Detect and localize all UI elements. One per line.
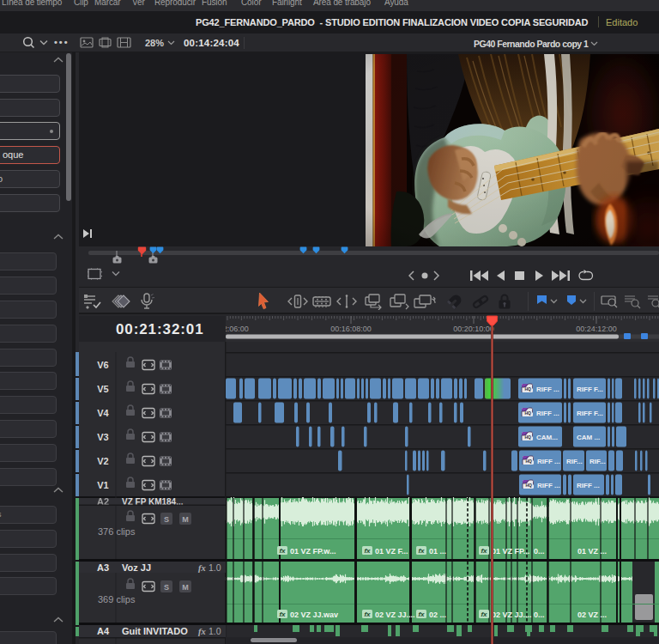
svg-text:fx: fx (198, 563, 206, 573)
svg-text:RIF...: RIF... (566, 458, 583, 465)
svg-text:02 VZ ...: 02 VZ ... (577, 611, 607, 619)
svg-text:RIF...: RIF... (589, 458, 606, 465)
svg-text:RIFF ...: RIFF ... (536, 386, 559, 393)
svg-text:01 VZ F...: 01 VZ F... (375, 547, 408, 556)
svg-text:01 ...: 01 ... (429, 547, 446, 556)
svg-text:01 VZ FP...: 01 VZ FP... (492, 547, 529, 556)
svg-text:02 VZ JJ....: 02 VZ JJ.... (375, 611, 415, 619)
svg-text:CAM...: CAM... (536, 434, 558, 441)
svg-text:0...: 0... (534, 611, 545, 619)
svg-text:V6: V6 (97, 360, 108, 370)
svg-text:00:12:06:00: 00:12:06:00 (226, 325, 249, 333)
svg-text:00:24:12:00: 00:24:12:00 (576, 325, 617, 333)
svg-text:S: S (164, 515, 169, 524)
svg-text:01 VZ ...: 01 VZ ... (577, 547, 607, 556)
svg-text:0...: 0... (534, 547, 545, 556)
svg-text:fx: fx (279, 547, 286, 555)
svg-text:fx: fx (364, 611, 371, 618)
svg-text:HQ: HQ (524, 410, 531, 416)
svg-text:RIFF ...: RIFF ... (537, 482, 560, 489)
svg-text:fx: fx (418, 611, 425, 618)
svg-text:V3: V3 (97, 432, 108, 442)
svg-text:fx: fx (481, 611, 487, 618)
svg-text:V1: V1 (97, 480, 108, 490)
svg-text:S: S (164, 583, 169, 592)
svg-text:fx: fx (198, 627, 206, 636)
svg-text:376 clips: 376 clips (98, 526, 136, 537)
svg-text:RIFF ...: RIFF ... (537, 458, 560, 465)
svg-text:1.0: 1.0 (209, 562, 221, 573)
svg-text:RIFF ...: RIFF ... (536, 410, 559, 417)
svg-text:RIFF ...: RIFF ... (577, 482, 600, 489)
svg-text:1.0: 1.0 (209, 626, 221, 636)
svg-text:HQ: HQ (525, 483, 532, 488)
svg-text:fx: fx (279, 611, 286, 618)
svg-text:RIFF F...: RIFF F... (577, 386, 603, 393)
svg-text:HQ: HQ (524, 386, 531, 392)
svg-text:CAM ...: CAM ... (577, 434, 600, 441)
svg-text:RIFF F...: RIFF F... (577, 410, 603, 417)
svg-text:fx: fx (481, 547, 487, 555)
svg-text:fx: fx (418, 547, 425, 555)
svg-text:M: M (182, 583, 189, 592)
svg-text:Voz JJ: Voz JJ (122, 562, 151, 573)
svg-text:M: M (182, 515, 189, 524)
svg-text:A4: A4 (97, 626, 110, 636)
svg-text:A3: A3 (97, 562, 109, 573)
svg-text:HQ: HQ (525, 459, 532, 464)
svg-text:369 clips: 369 clips (98, 594, 136, 605)
svg-text:00:16:08:00: 00:16:08:00 (330, 325, 372, 333)
svg-text:V4: V4 (97, 408, 109, 418)
svg-text:HQ: HQ (524, 434, 531, 440)
svg-text:fx: fx (364, 547, 371, 555)
svg-text:Guit INVITADO: Guit INVITADO (122, 626, 188, 636)
svg-text:V5: V5 (97, 384, 108, 394)
svg-text:V2: V2 (97, 456, 108, 466)
svg-text:01 VZ FP.w...: 01 VZ FP.w... (290, 547, 336, 556)
svg-text:02 ...: 02 ... (429, 611, 446, 619)
svg-text:02 VZ JJ....: 02 VZ JJ.... (492, 611, 532, 619)
svg-text:02 VZ JJ.wav: 02 VZ JJ.wav (290, 611, 338, 619)
